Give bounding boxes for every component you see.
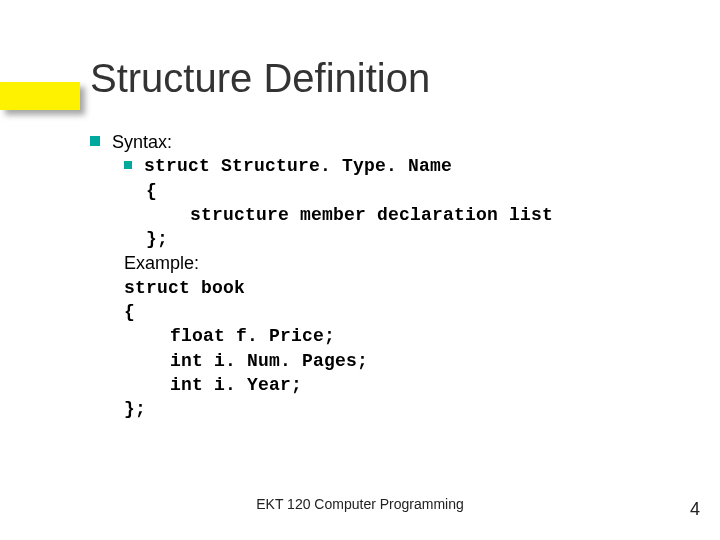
example-label: Example: xyxy=(124,251,650,275)
square-bullet-icon xyxy=(124,161,132,169)
slide-title: Structure Definition xyxy=(90,56,430,101)
example-open-brace: { xyxy=(124,300,650,324)
syntax-member-list: structure member declaration list xyxy=(190,203,650,227)
example-member-3: int i. Year; xyxy=(170,373,650,397)
page-number: 4 xyxy=(690,499,700,520)
example-struct-decl: struct book xyxy=(124,276,650,300)
syntax-label: Syntax: xyxy=(112,130,172,154)
example-close-brace: }; xyxy=(124,397,650,421)
example-member-1: float f. Price; xyxy=(170,324,650,348)
accent-bar xyxy=(0,82,80,110)
square-bullet-icon xyxy=(90,136,100,146)
footer-text: EKT 120 Computer Programming xyxy=(0,496,720,512)
syntax-open-brace: { xyxy=(146,179,650,203)
slide-content: Syntax: struct Structure. Type. Name { s… xyxy=(90,130,650,422)
syntax-close-brace: }; xyxy=(146,227,650,251)
bullet-row-syntax: Syntax: xyxy=(90,130,650,154)
syntax-struct-name: struct Structure. Type. Name xyxy=(144,154,452,178)
bullet-row-struct-decl: struct Structure. Type. Name xyxy=(124,154,650,178)
example-member-2: int i. Num. Pages; xyxy=(170,349,650,373)
